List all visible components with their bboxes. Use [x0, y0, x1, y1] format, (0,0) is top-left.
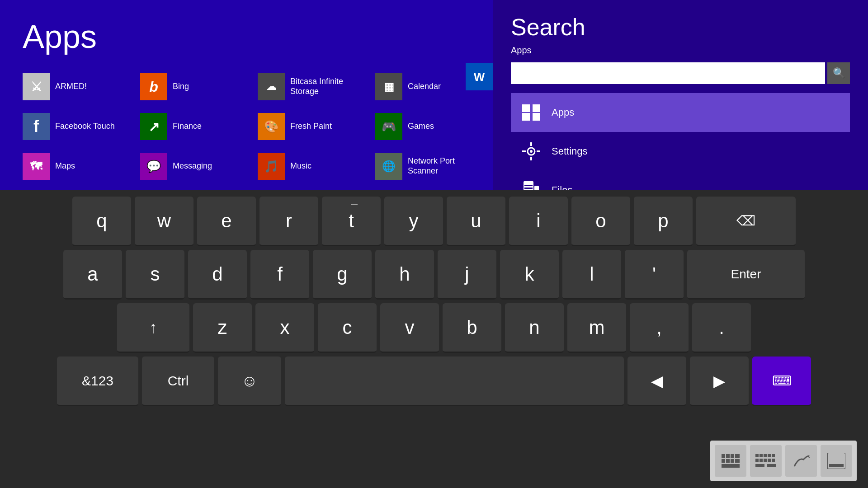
- key-numbers[interactable]: &123: [57, 357, 138, 406]
- svg-rect-2: [522, 113, 530, 121]
- search-option-apps-label: Apps: [552, 107, 574, 118]
- key-o[interactable]: o: [571, 197, 630, 246]
- svg-rect-28: [772, 454, 775, 457]
- key-x[interactable]: x: [255, 303, 314, 353]
- key-y[interactable]: y: [384, 197, 443, 246]
- app-label-bing: Bing: [173, 82, 189, 92]
- key-d[interactable]: d: [188, 250, 247, 300]
- key-a[interactable]: a: [63, 250, 122, 300]
- app-item-maps[interactable]: 🗺 Maps: [23, 148, 131, 184]
- apps-title: Apps: [23, 18, 470, 55]
- key-m[interactable]: m: [567, 303, 626, 353]
- search-option-apps[interactable]: Apps: [511, 93, 850, 132]
- key-right-arrow[interactable]: ▶: [690, 357, 749, 406]
- app-item-games[interactable]: 🎮 Games: [375, 108, 484, 145]
- app-label-finance: Finance: [173, 122, 202, 131]
- app-icon-bitcasa: ☁: [258, 73, 285, 100]
- svg-rect-31: [764, 459, 767, 462]
- svg-rect-35: [767, 464, 776, 467]
- key-left-arrow[interactable]: ◀: [627, 357, 686, 406]
- key-f[interactable]: f: [250, 250, 309, 300]
- search-box-row: 🔍: [511, 62, 850, 84]
- svg-rect-19: [722, 459, 725, 463]
- key-l[interactable]: l: [562, 250, 621, 300]
- app-item-finance[interactable]: ↗ Finance: [140, 108, 249, 145]
- app-icon-finance: ↗: [140, 113, 167, 140]
- app-icon-network: 🌐: [375, 153, 402, 180]
- keyboard-row-4: &123 Ctrl ☺ ◀ ▶ ⌨: [9, 357, 859, 406]
- key-b[interactable]: b: [443, 303, 501, 353]
- search-option-settings-label: Settings: [552, 145, 588, 157]
- key-space[interactable]: [285, 357, 624, 406]
- key-v[interactable]: v: [380, 303, 439, 353]
- svg-rect-27: [768, 454, 771, 457]
- app-icon-facebook: f: [23, 113, 50, 140]
- svg-rect-1: [533, 104, 540, 112]
- svg-rect-6: [530, 142, 532, 146]
- key-p[interactable]: p: [634, 197, 693, 246]
- app-item-bitcasa[interactable]: ☁ Bitcasa Infinite Storage: [258, 69, 366, 105]
- key-j[interactable]: j: [438, 250, 496, 300]
- key-i[interactable]: i: [509, 197, 568, 246]
- key-c[interactable]: c: [318, 303, 377, 353]
- key-z[interactable]: z: [193, 303, 252, 353]
- key-ctrl[interactable]: Ctrl: [142, 357, 214, 406]
- app-item-fresh-paint[interactable]: 🎨 Fresh Paint: [258, 108, 366, 145]
- tool-handwriting[interactable]: [785, 445, 817, 477]
- app-icon-messaging: 💬: [140, 153, 167, 180]
- key-backspace[interactable]: ⌫: [696, 197, 796, 246]
- key-s[interactable]: s: [126, 250, 184, 300]
- svg-rect-9: [537, 150, 540, 152]
- svg-rect-30: [760, 459, 763, 462]
- key-q[interactable]: q: [72, 197, 131, 246]
- app-item-facebook[interactable]: f Facebook Touch: [23, 108, 131, 145]
- app-label-armed: ARMED!: [55, 82, 87, 92]
- keyboard-tools: [710, 441, 857, 481]
- app-icon-games: 🎮: [375, 113, 402, 140]
- app-item-bing[interactable]: b Bing: [140, 69, 249, 105]
- svg-rect-13: [524, 188, 533, 189]
- app-item-network[interactable]: 🌐 Network Port Scanner: [375, 148, 484, 184]
- tool-split-keyboard[interactable]: [750, 445, 782, 477]
- app-icon-bing: b: [140, 73, 167, 100]
- svg-rect-0: [522, 104, 530, 112]
- svg-rect-33: [772, 459, 775, 462]
- svg-rect-3: [533, 113, 540, 121]
- key-g[interactable]: g: [313, 250, 372, 300]
- svg-rect-21: [731, 459, 734, 463]
- svg-rect-34: [755, 464, 764, 467]
- svg-rect-16: [726, 454, 730, 458]
- key-keyboard-toggle[interactable]: ⌨: [752, 357, 811, 406]
- key-e[interactable]: e: [197, 197, 256, 246]
- search-input[interactable]: [511, 62, 825, 84]
- key-enter[interactable]: Enter: [687, 250, 805, 300]
- svg-rect-32: [768, 459, 771, 462]
- key-emoji[interactable]: ☺: [218, 357, 281, 406]
- key-n[interactable]: n: [505, 303, 564, 353]
- key-r[interactable]: r: [259, 197, 318, 246]
- app-item-messaging[interactable]: 💬 Messaging: [140, 148, 249, 184]
- key-period[interactable]: .: [692, 303, 751, 353]
- app-icon-calendar: ▦: [375, 73, 402, 100]
- keyboard-rows: q w e r t — y u i o p ⌫ a s d f g h j: [0, 190, 868, 414]
- key-k[interactable]: k: [500, 250, 559, 300]
- key-h[interactable]: h: [375, 250, 434, 300]
- key-w[interactable]: w: [135, 197, 193, 246]
- tool-standard-keyboard[interactable]: [715, 445, 746, 477]
- keyboard-row-2: a s d f g h j k l ' Enter: [9, 250, 859, 300]
- app-label-maps: Maps: [55, 161, 75, 171]
- search-button[interactable]: 🔍: [827, 62, 850, 84]
- app-label-calendar: Calendar: [408, 82, 441, 92]
- app-item-armed[interactable]: ⚔ ARMED!: [23, 69, 131, 105]
- key-shift[interactable]: ↑: [117, 303, 189, 353]
- key-apostrophe[interactable]: ': [625, 250, 684, 300]
- app-icon-music: 🎵: [258, 153, 285, 180]
- svg-rect-26: [764, 454, 767, 457]
- app-icon-maps: 🗺: [23, 153, 50, 180]
- key-t[interactable]: t —: [322, 197, 381, 246]
- search-option-settings[interactable]: Settings: [511, 132, 850, 171]
- key-u[interactable]: u: [447, 197, 505, 246]
- key-comma[interactable]: ,: [630, 303, 689, 353]
- tool-minimize-keyboard[interactable]: [821, 445, 852, 477]
- app-item-music[interactable]: 🎵 Music: [258, 148, 366, 184]
